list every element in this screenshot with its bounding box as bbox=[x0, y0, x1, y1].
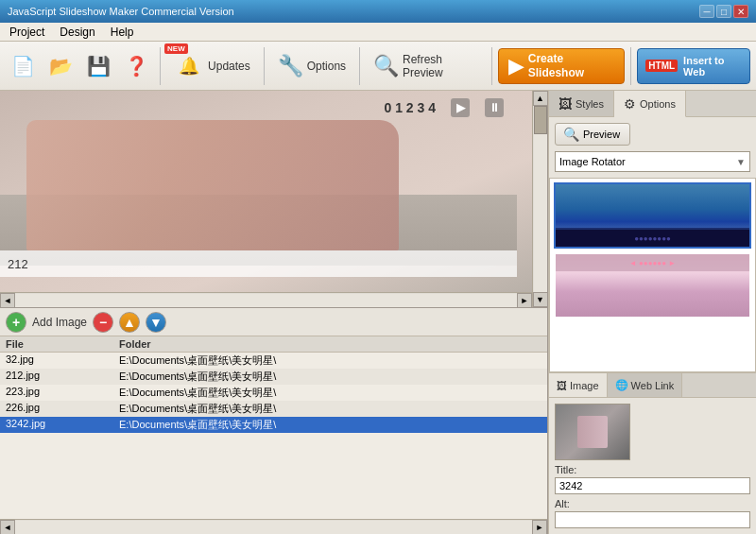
preview-hscrollbar[interactable]: ◄ ► bbox=[0, 292, 532, 307]
create-slideshow-button[interactable]: ▶ Create Slideshow bbox=[498, 48, 626, 84]
cell-folder: E:\Documents\桌面壁纸\美女明星\ bbox=[119, 402, 541, 416]
close-button[interactable]: ✕ bbox=[733, 5, 748, 18]
style-thumbnails: ●●●●●●●● ◄ ●●●●●● ► bbox=[549, 178, 756, 372]
cell-folder: E:\Documents\桌面壁纸\美女明星\ bbox=[119, 386, 541, 400]
open-icon: 📂 bbox=[46, 51, 77, 81]
maximize-button[interactable]: □ bbox=[716, 5, 731, 18]
new-icon: 📄 bbox=[9, 51, 39, 81]
cell-folder: E:\Documents\桌面壁纸\美女明星\ bbox=[119, 353, 541, 368]
title-label: Title: bbox=[555, 464, 750, 475]
separator-1 bbox=[160, 47, 161, 85]
menu-project[interactable]: Project bbox=[4, 25, 50, 40]
save-button[interactable]: 💾 bbox=[81, 49, 117, 83]
insert-label: Insert to Web bbox=[683, 55, 742, 78]
dropdown-arrow-icon: ▼ bbox=[736, 157, 746, 167]
imglist-hscroll-left[interactable]: ◄ bbox=[0, 520, 15, 535]
right-tabs: 🖼 Styles ⚙ Options bbox=[549, 91, 756, 117]
cell-file: 226.jpg bbox=[6, 402, 119, 416]
options-label: Options bbox=[307, 60, 346, 73]
preview-btn-text: Preview bbox=[583, 129, 620, 140]
scroll-track bbox=[534, 106, 547, 292]
tab-image[interactable]: 🖼 Image bbox=[549, 373, 608, 397]
image-list-toolbar: + Add Image − ▲ ▼ bbox=[0, 308, 547, 336]
remove-image-button[interactable]: − bbox=[93, 312, 113, 333]
style-thumb-2[interactable]: ◄ ●●●●●● ► bbox=[554, 252, 751, 319]
window-controls: ─ □ ✕ bbox=[699, 5, 748, 18]
alt-input[interactable] bbox=[555, 511, 750, 528]
style-thumb-1[interactable]: ●●●●●●●● bbox=[554, 182, 751, 249]
weblink-tab-icon: 🌐 bbox=[615, 379, 628, 391]
open-button[interactable]: 📂 bbox=[43, 49, 79, 83]
menu-design[interactable]: Design bbox=[54, 25, 100, 40]
alt-field-row: Alt: bbox=[555, 498, 750, 528]
hscroll-right-btn[interactable]: ► bbox=[517, 293, 532, 308]
table-row[interactable]: 226.jpgE:\Documents\桌面壁纸\美女明星\ bbox=[0, 401, 547, 417]
tab-image-label: Image bbox=[570, 380, 599, 391]
cell-file: 3242.jpg bbox=[6, 418, 119, 432]
play-button[interactable]: ▶ bbox=[451, 98, 470, 117]
styles-preview-button[interactable]: 🔍 Preview bbox=[555, 123, 630, 146]
updates-icon: 🔔 bbox=[174, 51, 204, 81]
table-row[interactable]: 3242.jpgE:\Documents\桌面壁纸\美女明星\ bbox=[0, 417, 547, 433]
slide-navigation: 0 1 2 3 4 ▶ ⏸ bbox=[385, 98, 505, 117]
cell-folder: E:\Documents\桌面壁纸\美女明星\ bbox=[119, 418, 541, 432]
help-button[interactable]: ❓ bbox=[118, 49, 154, 83]
new-badge: NEW bbox=[164, 43, 188, 54]
refresh-label: Refresh Preview bbox=[403, 53, 478, 79]
add-image-button[interactable]: + bbox=[6, 312, 26, 333]
image-props-tabs: 🖼 Image 🌐 Web Link bbox=[549, 373, 756, 398]
caption-text: 212 bbox=[8, 257, 28, 271]
tab-styles-label: Styles bbox=[576, 98, 604, 110]
pause-button[interactable]: ⏸ bbox=[485, 98, 504, 117]
table-row[interactable]: 212.jpgE:\Documents\桌面壁纸\美女明星\ bbox=[0, 369, 547, 385]
cell-file: 223.jpg bbox=[6, 386, 119, 400]
slide-numbers: 0 1 2 3 4 bbox=[385, 100, 437, 115]
separator-4 bbox=[491, 47, 492, 85]
toolbar: 📄 📂 💾 ❓ NEW 🔔 Updates 🔧 Options 🔍 Refres… bbox=[0, 42, 756, 91]
scroll-down-btn[interactable]: ▼ bbox=[533, 292, 548, 307]
tab-weblink-label: Web Link bbox=[631, 380, 675, 391]
preview-vscrollbar[interactable]: ▲ ▼ bbox=[532, 91, 547, 307]
tab-styles[interactable]: 🖼 Styles bbox=[549, 91, 614, 116]
options-tab-icon: ⚙ bbox=[624, 96, 636, 112]
help-icon: ❓ bbox=[121, 51, 151, 81]
scroll-up-btn[interactable]: ▲ bbox=[533, 91, 548, 106]
insert-web-button[interactable]: HTML Insert to Web bbox=[637, 48, 750, 84]
scroll-thumb[interactable] bbox=[534, 106, 547, 134]
preview-btn-icon: 🔍 bbox=[563, 127, 579, 142]
styles-content: 🔍 Preview Image Rotator ▼ bbox=[549, 117, 756, 178]
tab-weblink[interactable]: 🌐 Web Link bbox=[608, 373, 683, 397]
title-field-row: Title: bbox=[555, 464, 750, 494]
style-dropdown-value: Image Rotator bbox=[559, 156, 626, 167]
table-row[interactable]: 223.jpgE:\Documents\桌面壁纸\美女明星\ bbox=[0, 385, 547, 401]
refresh-button[interactable]: 🔍 Refresh Preview bbox=[366, 47, 486, 85]
image-props-content: Title: Alt: bbox=[549, 398, 756, 534]
menu-help[interactable]: Help bbox=[105, 25, 140, 40]
person-figure bbox=[26, 120, 399, 250]
add-image-label: Add Image bbox=[32, 316, 87, 329]
tab-options[interactable]: ⚙ Options bbox=[614, 91, 686, 117]
cell-file: 212.jpg bbox=[6, 370, 119, 384]
create-label: Create Slideshow bbox=[528, 52, 615, 79]
image-tab-icon: 🖼 bbox=[557, 380, 567, 391]
preview-inner: 0 1 2 3 4 ▶ ⏸ 212 bbox=[0, 91, 532, 292]
updates-button[interactable]: NEW 🔔 Updates bbox=[166, 47, 258, 85]
move-down-button[interactable]: ▼ bbox=[146, 312, 166, 333]
minimize-button[interactable]: ─ bbox=[699, 5, 714, 18]
main-content: 0 1 2 3 4 ▶ ⏸ 212 ▲ ▼ bbox=[0, 91, 756, 534]
image-properties: 🖼 Image 🌐 Web Link Title: bbox=[549, 372, 756, 534]
table-row[interactable]: 32.jpgE:\Documents\桌面壁纸\美女明星\ bbox=[0, 353, 547, 369]
image-list-hscrollbar[interactable]: ◄ ► bbox=[0, 519, 547, 534]
style-dropdown[interactable]: Image Rotator ▼ bbox=[555, 151, 750, 172]
separator-5 bbox=[630, 47, 631, 85]
imglist-hscroll-right[interactable]: ► bbox=[532, 520, 547, 535]
imglist-hscroll-track bbox=[15, 521, 532, 534]
window-title: JavaScript Slideshow Maker Commercial Ve… bbox=[8, 6, 234, 17]
options-button[interactable]: 🔧 Options bbox=[270, 47, 353, 85]
right-panel: 🖼 Styles ⚙ Options 🔍 Preview Image Rotat… bbox=[548, 91, 756, 534]
move-up-button[interactable]: ▲ bbox=[119, 312, 140, 333]
hscroll-left-btn[interactable]: ◄ bbox=[0, 293, 15, 308]
styles-tab-icon: 🖼 bbox=[558, 96, 572, 112]
new-button[interactable]: 📄 bbox=[6, 49, 42, 83]
title-input[interactable] bbox=[555, 477, 750, 494]
